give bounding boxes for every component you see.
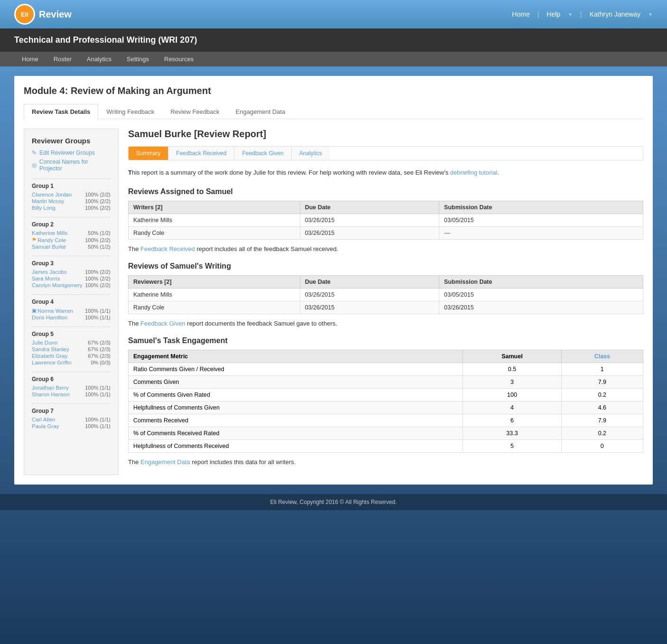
conceal-names-link[interactable]: ◎ Conceal Names for Projector bbox=[32, 159, 111, 172]
sidebar-title: Reviewer Groups bbox=[32, 137, 111, 145]
summary-paragraph: This report is a summary of the work don… bbox=[128, 168, 643, 178]
debriefing-tutorial-link[interactable]: debriefing tutorial bbox=[450, 169, 498, 176]
member-link[interactable]: Martin Mccoy bbox=[32, 198, 64, 204]
col-submission-date-2: Submission Date bbox=[439, 275, 643, 288]
member-link[interactable]: Sharon Hanson bbox=[32, 392, 70, 397]
member-stats: 100% (1/1) bbox=[85, 423, 111, 429]
samuel-value: 5 bbox=[463, 439, 562, 452]
member-link[interactable]: Samuel Burke bbox=[32, 244, 66, 250]
sidebar-actions: ✎ Edit Reviewer Groups ◎ Conceal Names f… bbox=[32, 149, 111, 172]
tab-review-feedback[interactable]: Review Feedback bbox=[162, 104, 227, 119]
content-layout: Reviewer Groups ✎ Edit Reviewer Groups ◎… bbox=[24, 129, 643, 475]
group-title: Group 4 bbox=[32, 294, 111, 305]
member-stats: 100% (2/2) bbox=[85, 269, 111, 275]
samuel-value: 33.3 bbox=[463, 427, 562, 439]
list-item: ⚑Randy Cole100% (2/2) bbox=[32, 236, 111, 243]
sub-tab-feedback-received[interactable]: Feedback Received bbox=[168, 147, 234, 160]
col-samuel: Samuel bbox=[463, 350, 562, 363]
subnav-analytics[interactable]: Analytics bbox=[79, 52, 119, 66]
list-item: James Jacobs100% (2/2) bbox=[32, 269, 111, 275]
samuel-value: 4 bbox=[463, 401, 562, 414]
edit-reviewer-groups-link[interactable]: ✎ Edit Reviewer Groups bbox=[32, 149, 111, 156]
class-value: 1 bbox=[561, 363, 643, 375]
col-due-date-1: Due Date bbox=[300, 201, 439, 214]
member-link[interactable]: Julie Dunn bbox=[32, 340, 57, 345]
badge-icon: ▣ bbox=[32, 308, 37, 314]
member-stats: 50% (1/2) bbox=[88, 230, 111, 236]
member-stats: 100% (1/1) bbox=[85, 308, 111, 314]
member-link[interactable]: Jonathan Berry bbox=[32, 385, 69, 391]
main-tabs: Review Task Details Writing Feedback Rev… bbox=[24, 104, 643, 119]
member-link[interactable]: Billy Long bbox=[32, 205, 56, 211]
subnav-resources[interactable]: Resources bbox=[157, 52, 201, 66]
member-stats: 100% (2/2) bbox=[85, 276, 111, 281]
footer: Eli Review, Copyright 2016 © All Rights … bbox=[0, 494, 667, 510]
table-row: Comments Given37.9 bbox=[129, 375, 643, 388]
nav-user-link[interactable]: Kathryn Janeway bbox=[590, 10, 640, 18]
writing-below-text: The Feedback Given report documents the … bbox=[128, 320, 643, 327]
due-date: 03/26/2015 bbox=[300, 288, 439, 301]
member-link[interactable]: Sandra Stanley bbox=[32, 346, 69, 352]
engagement-below-text: The Engagement Data report includes this… bbox=[128, 458, 643, 466]
logo-icon: Eli bbox=[14, 4, 35, 25]
group-section: Group 1Clarence Jordan100% (2/2)Martin M… bbox=[32, 178, 111, 211]
nav-help-link[interactable]: Help bbox=[547, 10, 560, 18]
metric-label: Ratio Comments Given / Received bbox=[129, 363, 463, 375]
member-link[interactable]: James Jacobs bbox=[32, 269, 67, 275]
list-item: Lawrence Griffin0% (0/3) bbox=[32, 359, 111, 366]
class-value: 0.2 bbox=[561, 388, 643, 401]
subnav-home[interactable]: Home bbox=[14, 52, 46, 66]
member-link[interactable]: Paula Gray bbox=[32, 423, 59, 429]
list-item: Billy Long100% (2/2) bbox=[32, 205, 111, 211]
subnav-settings[interactable]: Settings bbox=[119, 52, 157, 66]
group-section: Group 6Jonathan Berry100% (1/1)Sharon Ha… bbox=[32, 372, 111, 398]
list-item: Katherine Mills50% (1/2) bbox=[32, 230, 111, 236]
sub-tab-feedback-given[interactable]: Feedback Given bbox=[234, 147, 291, 160]
table-row: Ratio Comments Given / Received0.51 bbox=[129, 363, 643, 375]
member-link[interactable]: Norma Warren bbox=[37, 308, 73, 314]
nav-home-link[interactable]: Home bbox=[512, 10, 529, 18]
samuel-value: 0.5 bbox=[463, 363, 562, 375]
feedback-received-link[interactable]: Feedback Received bbox=[140, 245, 195, 252]
engagement-data-link[interactable]: Engagement Data bbox=[140, 458, 190, 466]
member-stats: 100% (1/1) bbox=[85, 315, 111, 320]
list-item: Elizabeth Gray67% (2/3) bbox=[32, 353, 111, 359]
sub-tab-analytics[interactable]: Analytics bbox=[292, 147, 330, 160]
col-due-date-2: Due Date bbox=[300, 275, 439, 288]
member-link[interactable]: Carl Allen bbox=[32, 417, 55, 422]
submission-date: 03/26/2015 bbox=[439, 301, 643, 314]
list-item: Sandra Stanley67% (2/3) bbox=[32, 346, 111, 353]
group-section: Group 7Carl Allen100% (1/1)Paula Gray100… bbox=[32, 403, 111, 429]
report-sub-tabs: Summary Feedback Received Feedback Given… bbox=[128, 146, 643, 160]
table-row: % of Comments Received Rated33.30.2 bbox=[129, 427, 643, 439]
list-item: Martin Mccoy100% (2/2) bbox=[32, 198, 111, 205]
member-link[interactable]: Katherine Mills bbox=[32, 230, 67, 236]
class-value: 4.6 bbox=[561, 401, 643, 414]
list-item: Paula Gray100% (1/1) bbox=[32, 423, 111, 429]
list-item: Carl Allen100% (1/1) bbox=[32, 416, 111, 423]
groups-container: Group 1Clarence Jordan100% (2/2)Martin M… bbox=[32, 178, 111, 429]
member-stats: 0% (0/3) bbox=[91, 360, 111, 365]
tab-writing-feedback[interactable]: Writing Feedback bbox=[98, 104, 162, 119]
metric-label: % of Comments Received Rated bbox=[129, 427, 463, 439]
member-link[interactable]: Doris Hamilton bbox=[32, 315, 67, 320]
member-link[interactable]: Sara Morris bbox=[32, 276, 60, 281]
sub-navigation: Home Roster Analytics Settings Resources bbox=[0, 52, 667, 66]
member-stats: 67% (2/3) bbox=[88, 340, 111, 345]
subnav-roster[interactable]: Roster bbox=[46, 52, 79, 66]
member-link[interactable]: Lawrence Griffin bbox=[32, 360, 72, 365]
samuel-value: 6 bbox=[463, 414, 562, 427]
feedback-given-link[interactable]: Feedback Given bbox=[140, 320, 185, 327]
member-stats: 100% (1/1) bbox=[85, 385, 111, 391]
member-link[interactable]: Carolyn Montgomery bbox=[32, 282, 83, 288]
member-link[interactable]: Randy Cole bbox=[37, 237, 66, 243]
tab-engagement-data[interactable]: Engagement Data bbox=[228, 104, 294, 119]
table-row: Katherine Mills03/26/201503/05/2015 bbox=[129, 288, 643, 301]
member-link[interactable]: Clarence Jordan bbox=[32, 192, 72, 197]
chevron-down-icon: ▼ bbox=[648, 12, 653, 17]
class-value: 7.9 bbox=[561, 414, 643, 427]
sub-tab-summary[interactable]: Summary bbox=[129, 147, 168, 160]
member-link[interactable]: Elizabeth Gray bbox=[32, 353, 67, 359]
tab-review-task-details[interactable]: Review Task Details bbox=[24, 104, 98, 119]
page-title: Module 4: Review of Making an Argument bbox=[24, 85, 643, 96]
